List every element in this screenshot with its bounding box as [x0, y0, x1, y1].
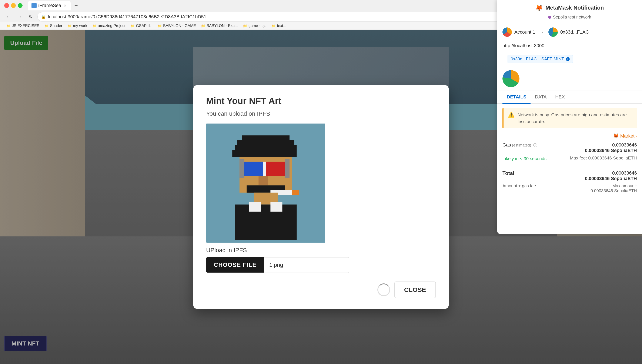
- bookmark-item-babylon-exa[interactable]: 📁 BABYLON - Exa...: [199, 23, 240, 29]
- svg-rect-3: [235, 145, 297, 150]
- bookmark-label-babylon-exa: BABYLON - Exa...: [207, 24, 238, 28]
- contract-address: 0x33d...F1AC: [511, 56, 537, 62]
- bookmark-label-mywork: my work: [73, 24, 87, 28]
- tab-data[interactable]: DATA: [530, 91, 551, 104]
- gas-details-row: Likely in < 30 seconds Max fee: 0.000336…: [502, 156, 637, 162]
- bookmark-item-amazing[interactable]: 📁 amazing Project: [90, 23, 127, 29]
- tab-details[interactable]: DETAILS: [502, 91, 530, 104]
- account-avatar: [502, 28, 512, 37]
- folder-icon: 📁: [7, 24, 11, 28]
- metamask-url-row: http://localhost:3000: [497, 40, 642, 51]
- metamask-url: http://localhost:3000: [502, 43, 544, 48]
- metamask-contract-row: 0x33d...F1AC : SAFE MINT i: [502, 53, 637, 65]
- folder-icon-8: 📁: [243, 24, 247, 28]
- gas-section: Gas (estimated) ⓘ 0.00033646 0.00033646 …: [502, 142, 637, 162]
- bookmark-label-js: JS EXERCISES: [12, 24, 39, 28]
- metamask-header: 🦊 MetaMask Notification Sepolia test net…: [497, 0, 642, 24]
- window-close-btn[interactable]: [4, 3, 9, 8]
- window-minimize-btn[interactable]: [11, 3, 16, 8]
- bookmark-label-shader: Shader: [50, 24, 62, 28]
- mint-nft-modal: Mint Your NFT Art You can upload on IPFS: [193, 85, 449, 309]
- bookmark-item-game-bjs[interactable]: 📁 game - bjs: [241, 23, 268, 29]
- svg-rect-11: [258, 176, 268, 186]
- window-controls: [4, 3, 23, 8]
- folder-icon-6: 📁: [158, 24, 162, 28]
- svg-rect-17: [249, 202, 261, 212]
- tab-hex[interactable]: HEX: [551, 91, 569, 104]
- market-link[interactable]: 🦊 Market ›: [613, 133, 637, 139]
- network-name: Sepolia test network: [553, 15, 591, 20]
- folder-icon-5: 📁: [130, 24, 135, 28]
- nft-pixel-art: [206, 124, 325, 242]
- network-dot: [548, 16, 551, 19]
- window-maximize-btn[interactable]: [18, 3, 23, 8]
- gas-info-icon[interactable]: ⓘ: [533, 143, 537, 147]
- close-button[interactable]: CLOSE: [394, 282, 436, 298]
- svg-rect-4: [232, 150, 297, 157]
- svg-rect-14: [292, 190, 299, 195]
- bookmark-label-text: text...: [277, 24, 286, 28]
- tab-favicon: [32, 3, 37, 8]
- likely-time: Likely in < 30 seconds: [502, 156, 546, 162]
- info-icon[interactable]: i: [566, 57, 570, 61]
- metamask-body: ⚠️ Network is busy. Gas prices are high …: [497, 104, 642, 234]
- bookmark-item-text[interactable]: 📁 text...: [269, 23, 288, 29]
- gas-eth-value: 0.00033646 SepoliaETH: [585, 148, 637, 153]
- bookmark-item-shader[interactable]: 📁 Shader: [42, 23, 65, 29]
- contract-separator: :: [538, 56, 540, 62]
- gas-estimated-label: (estimated): [512, 143, 531, 147]
- svg-rect-2: [237, 140, 294, 145]
- modal-subtitle: You can upload on IPFS: [206, 110, 436, 117]
- arrow-icon: →: [539, 29, 544, 35]
- max-amount-label: Max amount:: [590, 184, 637, 188]
- svg-rect-16: [235, 204, 297, 240]
- amount-fee-label: Amount + gas fee: [502, 184, 536, 193]
- forward-button[interactable]: →: [15, 12, 24, 21]
- metamask-tabs: DETAILS DATA HEX: [497, 91, 642, 104]
- gas-label-area: Gas (estimated) ⓘ: [502, 142, 537, 148]
- gas-warning-box: ⚠️ Network is busy. Gas prices are high …: [502, 108, 637, 128]
- bookmark-label-gsap: GSAP lib.: [136, 24, 153, 28]
- folder-icon-3: 📁: [68, 24, 72, 28]
- metamask-title: MetaMask Notification: [545, 4, 604, 11]
- back-button[interactable]: ←: [4, 12, 13, 21]
- bookmark-item-mywork[interactable]: 📁 my work: [65, 23, 89, 29]
- tab-close-button[interactable]: ✕: [63, 4, 67, 8]
- nft-contract-icon: [502, 70, 519, 87]
- max-amount-value: 0.00033646 SepoliaETH: [590, 188, 637, 193]
- total-row: Total 0.00033646 0.00033646 SepoliaETH: [502, 170, 637, 181]
- contract-badge: 0x33d...F1AC : SAFE MINT i: [507, 55, 573, 63]
- max-fee-label: Max fee:: [570, 156, 587, 160]
- active-tab[interactable]: iFrameSea ✕: [28, 1, 71, 10]
- market-row: 🦊 Market ›: [502, 133, 637, 139]
- bookmark-label-amazing: amazing Project: [98, 24, 125, 28]
- total-small-value: 0.00033646: [585, 170, 637, 176]
- metamask-network-row: Sepolia test network: [502, 15, 637, 20]
- svg-rect-9: [240, 159, 244, 178]
- warning-text: Network is busy. Gas prices are high and…: [517, 112, 633, 125]
- bookmark-item-gsap[interactable]: 📁 GSAP lib.: [128, 23, 155, 29]
- bookmark-label-babylon-game: BABYLON - GAME: [163, 24, 196, 28]
- contract-function: SAFE MINT: [541, 56, 564, 62]
- folder-icon-4: 📁: [92, 24, 97, 28]
- file-input-row: CHOOSE FILE 1.png: [206, 257, 436, 273]
- nft-preview: [206, 124, 325, 242]
- modal-title: Mint Your NFT Art: [206, 96, 436, 106]
- market-arrow: ›: [635, 133, 637, 139]
- lock-icon: 🔒: [41, 14, 46, 19]
- choose-file-button[interactable]: CHOOSE FILE: [206, 257, 264, 272]
- refresh-button[interactable]: ↻: [26, 12, 35, 21]
- gas-value-area: 0.00033646 0.00033646 SepoliaETH: [585, 142, 637, 153]
- divider: [502, 166, 637, 166]
- bookmark-item-js[interactable]: 📁 JS EXERCISES: [4, 23, 42, 29]
- new-tab-button[interactable]: +: [72, 2, 80, 9]
- bookmark-item-babylon-game[interactable]: 📁 BABYLON - GAME: [156, 23, 198, 29]
- folder-icon-9: 📁: [271, 24, 276, 28]
- max-fee-area: Max fee: 0.00033646 SepoliaETH: [570, 156, 637, 160]
- modal-footer: CLOSE: [206, 282, 436, 298]
- account-name: Account 1: [514, 29, 535, 35]
- svg-rect-10: [285, 159, 290, 178]
- folder-icon-7: 📁: [201, 24, 205, 28]
- file-name-display: 1.png: [264, 257, 349, 273]
- gas-label: Gas: [502, 142, 511, 148]
